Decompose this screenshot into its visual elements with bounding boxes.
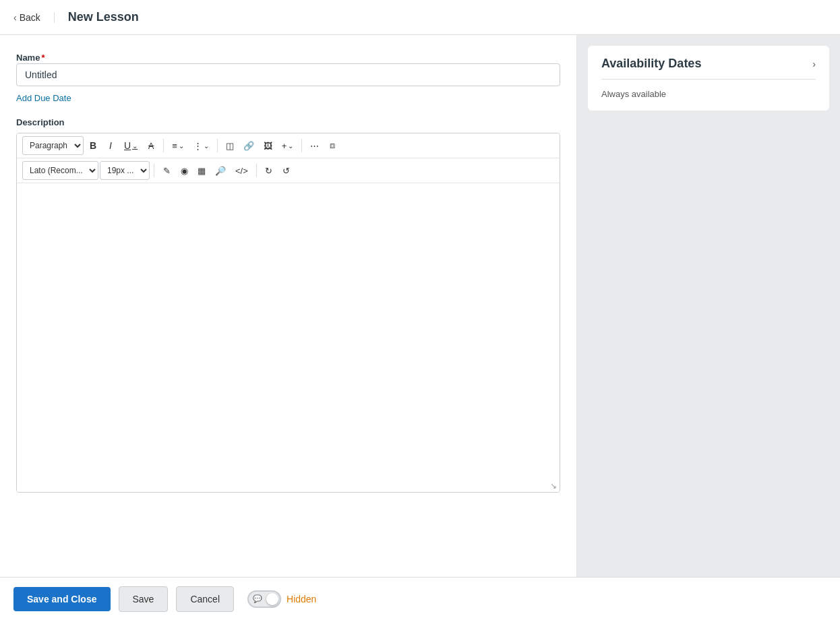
plus-icon: +	[282, 141, 287, 151]
name-input[interactable]	[16, 63, 560, 86]
bold-button[interactable]: B	[85, 137, 101, 154]
more-button[interactable]: ⋯	[306, 138, 323, 154]
undo-button[interactable]: ↻	[261, 163, 277, 179]
editor-resize-handle: ↘	[17, 480, 560, 492]
search-replace-icon: 🔎	[215, 166, 226, 176]
underline-chevron-icon: ⌄	[132, 142, 138, 150]
toggle-knob	[266, 593, 278, 605]
align-icon: ≡	[172, 141, 177, 151]
code-icon: </>	[235, 166, 248, 176]
right-panel: Availability Dates › Always available	[577, 35, 840, 577]
text-color-button[interactable]: ✎	[158, 163, 175, 179]
italic-button[interactable]: I	[102, 137, 119, 154]
align-chevron-icon: ⌄	[179, 142, 184, 150]
code-button[interactable]: </>	[231, 163, 252, 179]
availability-title: Availability Dates	[601, 57, 701, 71]
fullscreen-icon: ⧈	[330, 140, 335, 151]
availability-header: Availability Dates ›	[601, 57, 816, 71]
required-indicator: *	[41, 53, 44, 63]
toggle-chat-icon: 💬	[253, 594, 262, 603]
separator-1	[163, 139, 164, 152]
list-chevron-icon: ⌄	[204, 142, 209, 150]
chevron-left-icon: ‹	[13, 12, 17, 23]
availability-divider	[601, 79, 816, 80]
text-color-icon: ✎	[163, 166, 171, 176]
hidden-toggle[interactable]: 💬	[247, 590, 281, 608]
list-button[interactable]: ⋮ ⌄	[189, 138, 213, 154]
footer: Save and Close Save Cancel 💬 Hidden	[0, 577, 840, 620]
embed-icon: ◫	[226, 141, 234, 151]
font-size-select[interactable]: 19px ...	[100, 161, 150, 180]
toolbar: Paragraph B I U ⌄ A ≡ ⌄	[17, 133, 560, 183]
toggle-group: 💬 Hidden	[247, 590, 316, 608]
insert-button[interactable]: + ⌄	[278, 138, 298, 154]
save-close-button[interactable]: Save and Close	[13, 587, 111, 611]
search-replace-button[interactable]: 🔎	[211, 163, 230, 179]
separator-3	[301, 139, 302, 152]
toolbar-row-1: Paragraph B I U ⌄ A ≡ ⌄	[17, 133, 560, 158]
strikethrough-button[interactable]: A	[143, 138, 159, 154]
availability-chevron-icon[interactable]: ›	[812, 59, 816, 69]
page-title: New Lesson	[68, 10, 139, 24]
availability-status: Always available	[601, 89, 666, 99]
redo-button[interactable]: ↺	[278, 163, 295, 179]
header: ‹ Back New Lesson	[0, 0, 840, 35]
highlight-button[interactable]: ◉	[176, 163, 192, 179]
image-icon: 🖼	[264, 141, 272, 151]
separator-4	[154, 164, 154, 177]
align-button[interactable]: ≡ ⌄	[168, 138, 188, 154]
left-panel: Name* Add Due Date Description Paragraph…	[0, 35, 577, 577]
description-label: Description	[16, 117, 560, 127]
font-select[interactable]: Lato (Recom...	[22, 161, 98, 180]
fullscreen-button[interactable]: ⧈	[324, 137, 340, 154]
undo-icon: ↻	[265, 166, 272, 176]
toggle-label: Hidden	[287, 594, 316, 604]
save-button[interactable]: Save	[119, 586, 169, 612]
resize-icon: ↘	[550, 481, 557, 491]
image-button[interactable]: 🖼	[260, 138, 276, 154]
underline-button[interactable]: U ⌄	[120, 137, 142, 154]
toolbar-row-2: Lato (Recom... 19px ... ✎ ◉ ▦	[17, 158, 560, 183]
paragraph-select[interactable]: Paragraph	[22, 136, 84, 155]
embed-button[interactable]: ◫	[222, 138, 238, 154]
editor-container: Paragraph B I U ⌄ A ≡ ⌄	[16, 133, 560, 493]
separator-5	[256, 164, 257, 177]
border-icon: ▦	[198, 166, 206, 176]
editor-body[interactable]	[17, 183, 560, 480]
link-icon: 🔗	[243, 141, 254, 151]
separator-2	[217, 139, 218, 152]
highlight-icon: ◉	[181, 166, 188, 176]
strikethrough-icon: A	[148, 141, 154, 151]
ellipsis-icon: ⋯	[310, 141, 319, 151]
link-button[interactable]: 🔗	[239, 138, 258, 154]
insert-chevron-icon: ⌄	[288, 142, 293, 150]
cancel-button[interactable]: Cancel	[176, 586, 234, 612]
availability-card: Availability Dates › Always available	[588, 46, 829, 111]
main-content: Name* Add Due Date Description Paragraph…	[0, 35, 840, 577]
list-icon: ⋮	[193, 141, 202, 151]
border-button[interactable]: ▦	[193, 163, 210, 179]
redo-icon: ↺	[282, 166, 290, 176]
back-label: Back	[20, 12, 40, 23]
back-button[interactable]: ‹ Back	[13, 12, 55, 23]
add-due-date-button[interactable]: Add Due Date	[16, 93, 71, 103]
name-label: Name*	[16, 53, 44, 63]
